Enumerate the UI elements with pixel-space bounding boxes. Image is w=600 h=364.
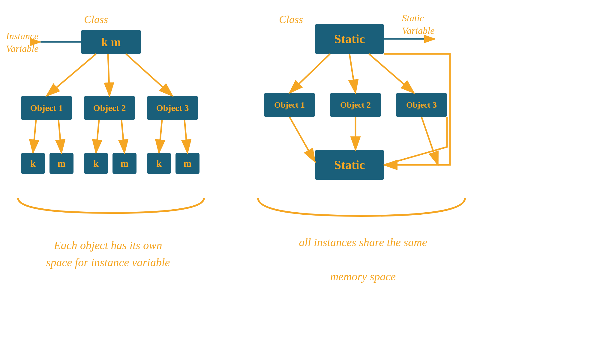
right-static-box: Static <box>315 150 384 180</box>
arrows-svg <box>0 0 600 364</box>
left-m3-box: m <box>176 153 200 174</box>
left-m1-box: m <box>50 153 74 174</box>
svg-line-5 <box>108 54 110 96</box>
right-class-box: Static <box>315 24 384 54</box>
svg-line-15 <box>350 54 356 93</box>
left-object1-box: Object 1 <box>21 96 72 120</box>
left-k1-box: k <box>21 153 45 174</box>
svg-line-16 <box>369 54 414 93</box>
left-object3-box: Object 3 <box>147 96 198 120</box>
svg-line-9 <box>96 120 99 153</box>
left-m2-box: m <box>112 153 136 174</box>
svg-line-17 <box>290 117 315 162</box>
left-class-label: Class <box>84 13 108 27</box>
right-class-label: Class <box>279 13 303 27</box>
right-object1-box: Object 1 <box>264 93 315 117</box>
right-caption: all instances share the samememory space <box>261 234 465 285</box>
svg-line-19 <box>422 117 438 165</box>
svg-line-7 <box>33 120 36 153</box>
right-object2-box: Object 2 <box>330 93 381 117</box>
left-class-box: k m <box>81 30 141 54</box>
diagram-container: Class InstanceVariable k m Object 1 Obje… <box>0 0 600 364</box>
svg-line-8 <box>58 120 62 153</box>
left-caption: Each object has its ownspace for instanc… <box>15 237 201 271</box>
left-object2-box: Object 2 <box>84 96 135 120</box>
svg-line-14 <box>290 54 330 93</box>
left-instance-variable-label: InstanceVariable <box>6 30 38 55</box>
svg-line-11 <box>159 120 162 153</box>
svg-line-6 <box>126 54 172 96</box>
svg-line-10 <box>122 120 124 153</box>
right-object3-box: Object 3 <box>396 93 447 117</box>
svg-line-4 <box>46 54 96 96</box>
svg-line-12 <box>184 120 188 153</box>
left-k2-box: k <box>84 153 108 174</box>
left-k3-box: k <box>147 153 171 174</box>
right-static-variable-label: StaticVariable <box>402 12 434 37</box>
